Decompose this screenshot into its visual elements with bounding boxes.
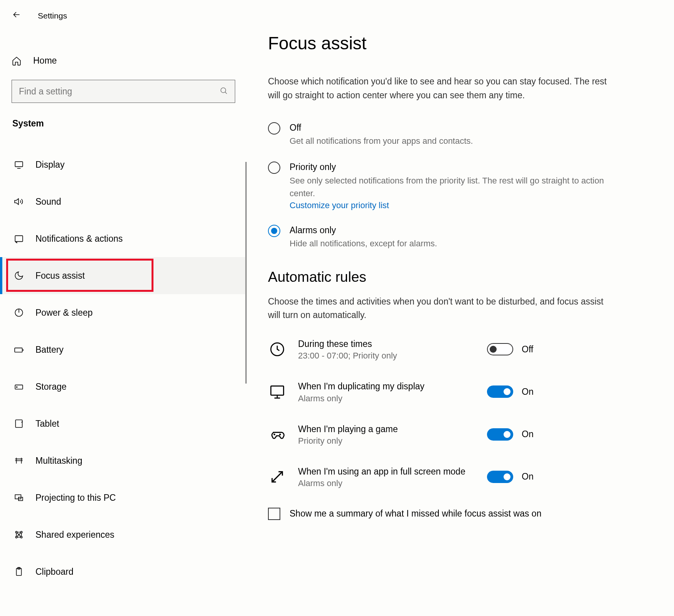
- back-arrow-icon[interactable]: [12, 10, 22, 22]
- customize-priority-link[interactable]: Customize your priority list: [290, 200, 389, 210]
- radio-description: Get all notifications from your apps and…: [290, 135, 617, 147]
- focus-mode-radio-group: Off Get all notifications from your apps…: [268, 121, 647, 250]
- sidebar-item-shared[interactable]: Shared experiences: [0, 516, 247, 553]
- sidebar-item-power[interactable]: Power & sleep: [0, 294, 247, 331]
- sidebar-item-storage[interactable]: Storage: [0, 368, 247, 405]
- sidebar-item-label: Tablet: [35, 419, 59, 429]
- sidebar-item-label: Focus assist: [35, 271, 85, 281]
- sidebar-header: Settings: [0, 4, 247, 27]
- radio-priority-only[interactable]: Priority only See only selected notifica…: [268, 161, 647, 210]
- home-icon: [12, 56, 22, 66]
- rules-description: Choose the times and activities when you…: [268, 295, 607, 322]
- radio-button[interactable]: [268, 122, 280, 135]
- power-icon: [14, 308, 24, 318]
- notifications-icon: [14, 234, 24, 244]
- radio-off[interactable]: Off Get all notifications from your apps…: [268, 121, 647, 147]
- rule-playing-game[interactable]: When I'm playing a game Priority only On: [268, 423, 647, 446]
- monitor-icon: [268, 382, 286, 401]
- sound-icon: [14, 197, 24, 207]
- sidebar-item-label: Shared experiences: [35, 530, 115, 540]
- rule-duplicating-display[interactable]: When I'm duplicating my display Alarms o…: [268, 380, 647, 403]
- sidebar-item-label: Multitasking: [35, 456, 82, 466]
- settings-title: Settings: [38, 11, 67, 20]
- rule-fullscreen-app[interactable]: When I'm using an app in full screen mod…: [268, 465, 647, 488]
- sidebar-item-label: Battery: [35, 345, 64, 355]
- toggle-switch[interactable]: [487, 428, 513, 441]
- storage-icon: [14, 382, 24, 392]
- category-title: System: [0, 114, 247, 138]
- svg-point-10: [15, 531, 17, 533]
- radio-label: Alarms only: [290, 224, 617, 236]
- toggle-state: On: [522, 387, 534, 397]
- page-description: Choose which notification you'd like to …: [268, 75, 607, 102]
- toggle-switch[interactable]: [487, 343, 513, 355]
- rule-title: When I'm using an app in full screen mod…: [298, 465, 468, 478]
- projecting-icon: [14, 493, 24, 503]
- rule-title: When I'm playing a game: [298, 423, 468, 435]
- sidebar-item-notifications[interactable]: Notifications & actions: [0, 220, 247, 257]
- search-input[interactable]: [19, 86, 219, 97]
- toggle-state: Off: [522, 344, 533, 355]
- rule-sub: 23:00 - 07:00; Priority only: [298, 351, 468, 361]
- clipboard-icon: [14, 567, 24, 577]
- rule-sub: Priority only: [298, 436, 468, 446]
- radio-description: Hide all notifications, except for alarm…: [290, 237, 617, 250]
- sidebar-item-tablet[interactable]: Tablet: [0, 405, 247, 442]
- sidebar-item-label: Sound: [35, 197, 61, 207]
- svg-rect-17: [271, 386, 284, 396]
- toggle-state: On: [522, 429, 534, 439]
- home-label: Home: [33, 56, 57, 66]
- clock-icon: [268, 340, 286, 358]
- sidebar-item-label: Notifications & actions: [35, 234, 123, 244]
- rule-sub: Alarms only: [298, 394, 468, 404]
- gamepad-icon: [268, 425, 286, 444]
- battery-icon: [14, 345, 24, 355]
- tablet-icon: [14, 419, 24, 429]
- svg-point-19: [280, 434, 280, 435]
- search-icon: [219, 86, 228, 96]
- svg-point-13: [20, 536, 22, 538]
- sidebar-item-sound[interactable]: Sound: [0, 183, 247, 220]
- rule-title: During these times: [298, 338, 468, 350]
- sidebar-item-multitasking[interactable]: Multitasking: [0, 442, 247, 479]
- sidebar-item-display[interactable]: Display: [0, 146, 247, 183]
- svg-point-11: [20, 531, 22, 533]
- radio-description: See only selected notifications from the…: [290, 174, 617, 200]
- page-title: Focus assist: [268, 33, 647, 54]
- main-content: Focus assist Choose which notification y…: [247, 0, 674, 616]
- checkbox[interactable]: [268, 508, 280, 520]
- moon-icon: [14, 271, 24, 281]
- radio-button[interactable]: [268, 162, 280, 174]
- toggle-state: On: [522, 471, 534, 482]
- display-icon: [14, 160, 24, 170]
- sidebar-item-projecting[interactable]: Projecting to this PC: [0, 479, 247, 516]
- radio-alarms-only[interactable]: Alarms only Hide all notifications, exce…: [268, 224, 647, 250]
- sidebar-item-label: Clipboard: [35, 567, 73, 577]
- svg-point-6: [17, 387, 17, 387]
- svg-rect-7: [15, 420, 22, 427]
- sidebar-item-clipboard[interactable]: Clipboard: [0, 553, 247, 590]
- summary-checkbox-row[interactable]: Show me a summary of what I missed while…: [268, 508, 647, 520]
- svg-point-18: [274, 434, 275, 435]
- sidebar-item-label: Power & sleep: [35, 308, 93, 318]
- radio-button[interactable]: [268, 225, 280, 237]
- sidebar-item-label: Projecting to this PC: [35, 493, 116, 503]
- radio-label: Priority only: [290, 161, 617, 173]
- toggle-switch[interactable]: [487, 471, 513, 483]
- search-box[interactable]: [12, 80, 235, 103]
- sidebar-item-battery[interactable]: Battery: [0, 331, 247, 368]
- toggle-switch[interactable]: [487, 385, 513, 398]
- radio-label: Off: [290, 121, 617, 134]
- svg-rect-8: [15, 495, 21, 499]
- checkbox-label: Show me a summary of what I missed while…: [290, 508, 541, 519]
- svg-rect-1: [15, 162, 23, 167]
- rule-during-times[interactable]: During these times 23:00 - 07:00; Priori…: [268, 338, 647, 361]
- sidebar: Settings Home System Display Sound: [0, 0, 247, 616]
- svg-rect-2: [15, 236, 23, 241]
- scrollbar-thumb[interactable]: [245, 162, 247, 384]
- sidebar-item-focus-assist[interactable]: Focus assist: [0, 257, 247, 294]
- home-button[interactable]: Home: [0, 49, 247, 73]
- svg-point-12: [15, 536, 17, 538]
- shared-icon: [14, 530, 24, 540]
- svg-point-0: [221, 88, 226, 93]
